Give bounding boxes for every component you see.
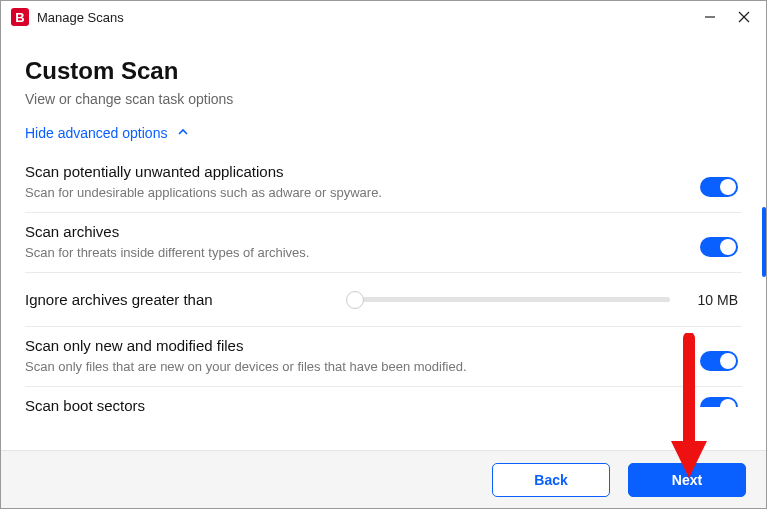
option-text: Scan potentially unwanted applications S… bbox=[25, 163, 700, 200]
chevron-up-icon bbox=[177, 125, 189, 141]
toggle-boot-sectors[interactable] bbox=[700, 397, 738, 407]
option-title: Scan potentially unwanted applications bbox=[25, 163, 700, 180]
toggle-archives[interactable] bbox=[700, 237, 738, 257]
advanced-options-toggle[interactable]: Hide advanced options bbox=[25, 125, 742, 141]
option-archives: Scan archives Scan for threats inside di… bbox=[25, 213, 742, 273]
option-new-modified: Scan only new and modified files Scan on… bbox=[25, 327, 742, 387]
option-ignore-archives: Ignore archives greater than 10 MB bbox=[25, 273, 742, 327]
toggle-pua[interactable] bbox=[700, 177, 738, 197]
page-title: Custom Scan bbox=[25, 57, 742, 85]
content-area: Custom Scan View or change scan task opt… bbox=[1, 33, 766, 450]
option-title: Scan boot sectors bbox=[25, 397, 700, 414]
toggle-new-modified[interactable] bbox=[700, 351, 738, 371]
app-window: B Manage Scans Custom Scan View or chang… bbox=[0, 0, 767, 509]
window-controls bbox=[702, 9, 756, 25]
option-text: Scan boot sectors bbox=[25, 397, 700, 419]
option-text: Scan archives Scan for threats inside di… bbox=[25, 223, 700, 260]
option-title: Scan only new and modified files bbox=[25, 337, 700, 354]
option-title: Scan archives bbox=[25, 223, 700, 240]
back-button[interactable]: Back bbox=[492, 463, 610, 497]
option-description: Scan only files that are new on your dev… bbox=[25, 359, 700, 374]
archive-size-slider[interactable] bbox=[355, 297, 670, 302]
option-boot-sectors: Scan boot sectors bbox=[25, 387, 742, 419]
minimize-button[interactable] bbox=[702, 9, 718, 25]
app-logo-icon: B bbox=[11, 8, 29, 26]
option-text: Scan only new and modified files Scan on… bbox=[25, 337, 700, 374]
window-title: Manage Scans bbox=[37, 10, 702, 25]
footer: Back Next bbox=[1, 450, 766, 508]
titlebar: B Manage Scans bbox=[1, 1, 766, 33]
slider-label: Ignore archives greater than bbox=[25, 291, 355, 308]
option-description: Scan for undesirable applications such a… bbox=[25, 185, 700, 200]
slider-value: 10 MB bbox=[688, 292, 738, 308]
scrollbar-thumb[interactable] bbox=[762, 207, 766, 277]
advanced-options-label: Hide advanced options bbox=[25, 125, 167, 141]
close-button[interactable] bbox=[736, 9, 752, 25]
next-button[interactable]: Next bbox=[628, 463, 746, 497]
slider-thumb[interactable] bbox=[346, 291, 364, 309]
page-subtitle: View or change scan task options bbox=[25, 91, 742, 107]
option-description: Scan for threats inside different types … bbox=[25, 245, 700, 260]
option-pua: Scan potentially unwanted applications S… bbox=[25, 153, 742, 213]
